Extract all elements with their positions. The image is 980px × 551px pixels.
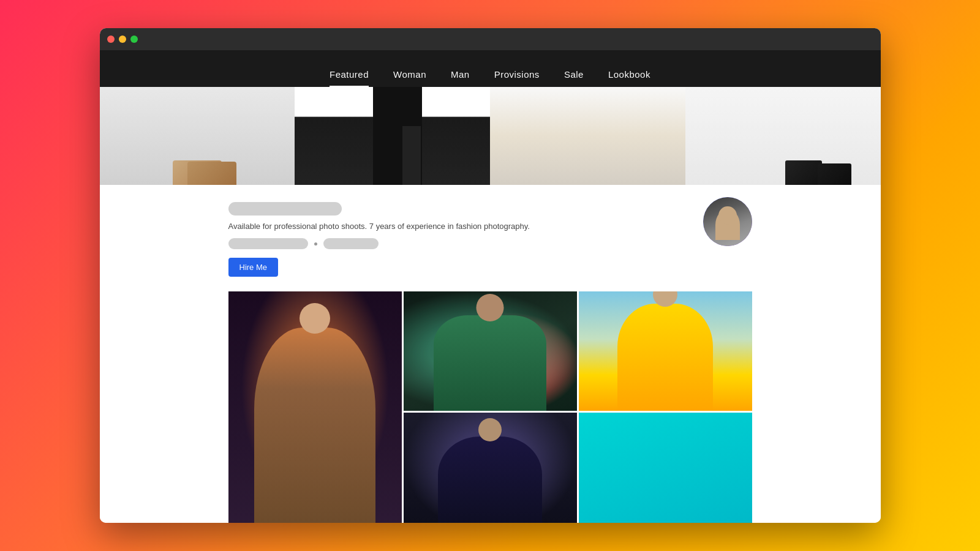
hero-img-tan-skirt — [490, 87, 685, 185]
avatar-image — [703, 197, 752, 246]
tag-placeholder-1 — [228, 238, 308, 249]
hero-img-black-shoes — [685, 87, 881, 185]
person-silhouette-2 — [404, 291, 577, 411]
nav-item-sale[interactable]: Sale — [564, 69, 584, 87]
photo-cyan-bottom[interactable] — [579, 413, 752, 523]
nav-item-woman[interactable]: Woman — [393, 69, 426, 87]
profile-section: Available for professional photo shoots.… — [100, 185, 881, 289]
nav-item-lookbook[interactable]: Lookbook — [608, 69, 650, 87]
tag-placeholder-2 — [323, 238, 379, 249]
tag-separator — [314, 242, 317, 246]
maximize-dot[interactable] — [130, 36, 138, 43]
person-silhouette — [228, 291, 402, 523]
hero-strip — [100, 87, 881, 185]
profile-info: Available for professional photo shoots.… — [228, 202, 752, 277]
site-content: Featured Woman Man Provisions Sale Lookb… — [100, 50, 881, 523]
profile-description: Available for professional photo shoots.… — [228, 222, 752, 231]
close-dot[interactable] — [107, 36, 115, 43]
avatar — [703, 197, 752, 246]
browser-window: Featured Woman Man Provisions Sale Lookb… — [100, 28, 881, 523]
photo-green-man[interactable] — [404, 291, 577, 411]
nav-item-featured[interactable]: Featured — [330, 69, 369, 87]
photo-purple-coat[interactable] — [228, 291, 402, 523]
main-nav: Featured Woman Man Provisions Sale Lookb… — [100, 50, 881, 87]
minimize-dot[interactable] — [119, 36, 126, 43]
person-silhouette-4 — [404, 413, 577, 523]
hero-img-shoes — [100, 87, 295, 185]
hire-me-button[interactable]: Hire Me — [228, 258, 279, 277]
photo-yellow-woman[interactable] — [579, 291, 752, 411]
hero-img-black-pants — [295, 87, 490, 185]
browser-chrome — [100, 28, 881, 50]
photo-dark-woman[interactable] — [404, 413, 577, 523]
photo-grid — [100, 291, 881, 523]
nav-item-man[interactable]: Man — [451, 69, 470, 87]
profile-name-placeholder — [228, 202, 342, 216]
nav-item-provisions[interactable]: Provisions — [494, 69, 540, 87]
person-silhouette-3 — [579, 291, 752, 411]
profile-tags — [228, 238, 752, 249]
